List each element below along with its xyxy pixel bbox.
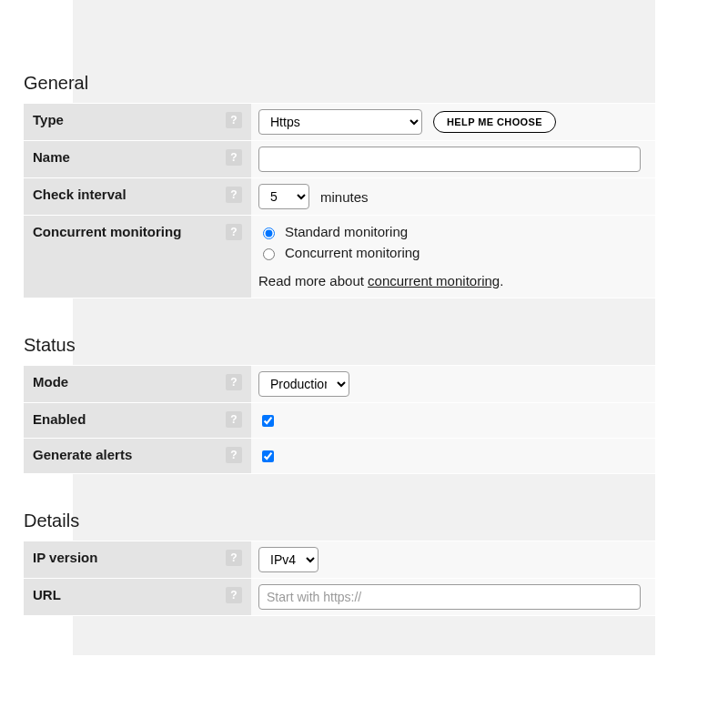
section-details: Details IP version ? IPv4 URL ? <box>24 511 655 616</box>
concurrent-monitoring-link[interactable]: concurrent monitoring <box>368 273 500 288</box>
row-alerts: Generate alerts ? <box>24 439 655 474</box>
field-interval: 5 minutes <box>251 178 655 215</box>
field-ip: IPv4 <box>251 541 655 578</box>
help-icon[interactable]: ? <box>226 374 242 390</box>
row-url: URL ? <box>24 579 655 616</box>
section-status: Status Mode ? Production Enabled ? <box>24 335 655 474</box>
alerts-checkbox[interactable] <box>262 450 274 462</box>
label-type: Type ? <box>24 104 251 140</box>
label-name: Name ? <box>24 141 251 177</box>
label-concurrent-text: Concurrent monitoring <box>33 224 181 239</box>
label-type-text: Type <box>33 112 64 127</box>
field-type: Https HELP ME CHOOSE <box>251 104 655 140</box>
row-concurrent: Concurrent monitoring ? Standard monitor… <box>24 216 655 298</box>
label-interval-text: Check interval <box>33 187 126 202</box>
help-icon[interactable]: ? <box>226 224 242 240</box>
interval-unit: minutes <box>320 189 369 205</box>
field-mode: Production <box>251 366 655 402</box>
radio-standard[interactable]: Standard monitoring <box>258 224 408 239</box>
section-title-general: General <box>24 73 655 94</box>
url-input[interactable] <box>258 584 641 610</box>
radio-standard-input[interactable] <box>263 228 275 239</box>
help-icon[interactable]: ? <box>226 411 242 428</box>
readmore-suffix: . <box>500 273 503 288</box>
row-type: Type ? Https HELP ME CHOOSE <box>24 103 655 141</box>
help-icon[interactable]: ? <box>226 447 242 463</box>
label-name-text: Name <box>33 149 70 165</box>
row-name: Name ? <box>24 141 655 178</box>
ip-select[interactable]: IPv4 <box>258 547 318 572</box>
help-icon[interactable]: ? <box>226 187 242 203</box>
label-ip: IP version ? <box>24 541 251 578</box>
field-name <box>251 141 655 177</box>
label-concurrent: Concurrent monitoring ? <box>24 216 251 298</box>
field-concurrent: Standard monitoring Concurrent monitorin… <box>251 216 655 298</box>
label-mode-text: Mode <box>33 374 68 389</box>
type-select[interactable]: Https <box>258 109 422 135</box>
label-interval: Check interval ? <box>24 178 251 215</box>
label-ip-text: IP version <box>33 550 97 565</box>
radio-concurrent-label: Concurrent monitoring <box>285 245 420 260</box>
label-alerts-text: Generate alerts <box>33 447 132 462</box>
concurrent-readmore: Read more about concurrent monitoring. <box>258 273 503 288</box>
readmore-prefix: Read more about <box>258 273 368 288</box>
label-url-text: URL <box>33 587 61 602</box>
field-alerts <box>251 439 655 473</box>
field-enabled <box>251 403 655 438</box>
row-mode: Mode ? Production <box>24 365 655 403</box>
label-url: URL ? <box>24 579 251 615</box>
help-icon[interactable]: ? <box>226 112 242 128</box>
radio-standard-label: Standard monitoring <box>285 224 408 239</box>
field-url <box>251 579 655 615</box>
radio-concurrent[interactable]: Concurrent monitoring <box>258 245 420 260</box>
interval-select[interactable]: 5 <box>258 184 309 209</box>
section-general: General Type ? Https HELP ME CHOOSE Name… <box>24 73 655 298</box>
help-icon[interactable]: ? <box>226 550 242 566</box>
name-input[interactable] <box>258 147 641 172</box>
section-title-details: Details <box>24 511 655 531</box>
form-container: General Type ? Https HELP ME CHOOSE Name… <box>0 0 655 616</box>
label-mode: Mode ? <box>24 366 251 402</box>
mode-select[interactable]: Production <box>258 371 349 397</box>
radio-concurrent-input[interactable] <box>263 248 275 260</box>
label-alerts: Generate alerts ? <box>24 439 251 473</box>
help-me-choose-button[interactable]: HELP ME CHOOSE <box>433 111 556 133</box>
label-enabled: Enabled ? <box>24 403 251 438</box>
row-enabled: Enabled ? <box>24 403 655 439</box>
help-icon[interactable]: ? <box>226 587 242 603</box>
row-ip: IP version ? IPv4 <box>24 541 655 579</box>
label-enabled-text: Enabled <box>33 411 86 427</box>
help-icon[interactable]: ? <box>226 149 242 166</box>
row-interval: Check interval ? 5 minutes <box>24 178 655 216</box>
enabled-checkbox[interactable] <box>262 415 274 427</box>
section-title-status: Status <box>24 335 655 356</box>
